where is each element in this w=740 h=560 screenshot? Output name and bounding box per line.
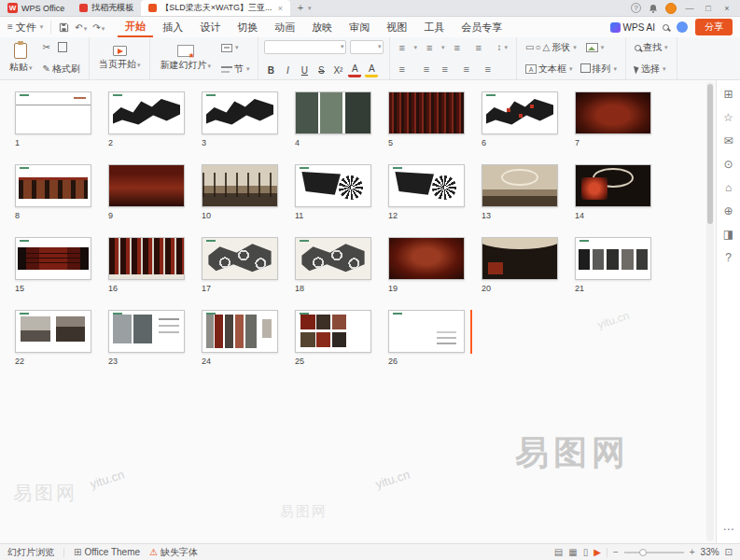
zoom-out-icon[interactable]: −	[613, 547, 619, 557]
save-icon[interactable]	[59, 22, 69, 33]
bullets-button[interactable]	[396, 40, 420, 56]
slide-cell[interactable]: 12	[388, 164, 482, 237]
slide-thumbnail[interactable]	[15, 164, 91, 207]
user-avatar[interactable]	[665, 3, 677, 14]
slide-thumbnail[interactable]	[15, 237, 91, 280]
slide-sorter-view-icon[interactable]: ▦	[568, 547, 577, 557]
share-button[interactable]: 分享	[695, 19, 733, 35]
slide-thumbnail[interactable]	[482, 237, 558, 280]
slide-thumbnail[interactable]	[388, 237, 465, 280]
slide-thumbnail[interactable]	[295, 164, 371, 207]
slide-sorter-canvas[interactable]: 1 2 3 4 5 6 7	[0, 80, 716, 543]
reading-view-icon[interactable]: ▯	[583, 547, 589, 557]
new-tab-button[interactable]: +	[294, 2, 307, 15]
help-icon[interactable]: ?	[631, 3, 641, 13]
select-button[interactable]: 选择	[632, 62, 671, 77]
new-slide-button[interactable]: 新建幻灯片	[156, 40, 215, 77]
normal-view-icon[interactable]: ▤	[554, 547, 563, 557]
slide-cell[interactable]: 11	[295, 164, 388, 237]
theme-indicator[interactable]: ⊞ Office Theme	[74, 547, 140, 557]
numbering-button[interactable]	[424, 40, 448, 56]
italic-button[interactable]: I	[281, 63, 294, 77]
envelope-icon[interactable]: ✉	[723, 134, 733, 147]
slide-thumbnail[interactable]	[202, 91, 278, 134]
copy-button[interactable]	[57, 40, 70, 56]
slide-cell[interactable]: 1	[15, 91, 108, 164]
slide-thumbnail[interactable]	[388, 310, 465, 353]
menu-tab-3[interactable]: 设计	[192, 19, 228, 36]
menu-tab-4[interactable]: 切换	[230, 19, 265, 36]
textbox-button[interactable]: A 文本框	[523, 62, 576, 77]
menu-tab-10[interactable]: 会员专享	[454, 19, 510, 36]
menu-tab-8[interactable]: 视图	[379, 19, 414, 36]
arrange-button[interactable]: 排列	[579, 62, 621, 77]
zoom-slider-handle[interactable]	[639, 549, 647, 556]
slide-thumbnail[interactable]	[388, 164, 465, 207]
slide-thumbnail[interactable]	[108, 237, 185, 280]
zoom-in-icon[interactable]: +	[690, 547, 695, 557]
help-icon[interactable]: ?	[725, 251, 732, 264]
decrease-indent-button[interactable]	[451, 40, 468, 56]
tab-docer-template[interactable]: 找稻壳模板	[72, 0, 141, 16]
add-icon[interactable]: ⊕	[723, 204, 733, 217]
notification-bell-icon[interactable]	[649, 4, 658, 13]
slide-thumbnail[interactable]	[482, 164, 558, 207]
slide-cell[interactable]: 8	[15, 164, 108, 237]
line-spacing-button[interactable]	[494, 40, 510, 56]
slide-cell[interactable]: 25	[295, 310, 388, 383]
vertical-scrollbar[interactable]	[706, 82, 714, 541]
slide-cell[interactable]: 20	[482, 237, 575, 310]
redo-chevron-icon[interactable]	[102, 25, 105, 32]
scrollbar-thumb[interactable]	[707, 84, 713, 224]
slide-cell[interactable]: 22	[15, 310, 108, 383]
shapes-button[interactable]: 形状	[523, 40, 579, 56]
redo-icon[interactable]	[92, 22, 100, 33]
bold-button[interactable]: B	[264, 63, 277, 77]
menu-tab-6[interactable]: 放映	[304, 19, 340, 36]
align-right-button[interactable]	[439, 62, 456, 77]
slide-thumbnail[interactable]	[575, 91, 651, 134]
slide-cell[interactable]: 15	[15, 237, 108, 310]
undo-chevron-icon[interactable]	[84, 25, 88, 32]
apps-grid-icon[interactable]: ⊞	[723, 88, 733, 101]
tab-list-chevron-icon[interactable]	[308, 5, 312, 12]
slide-cell[interactable]: 23	[108, 310, 202, 383]
slide-thumbnail[interactable]	[575, 237, 651, 280]
tab-close-icon[interactable]: ×	[278, 4, 283, 13]
slide-cell[interactable]: 10	[202, 164, 295, 237]
distribute-button[interactable]	[482, 62, 499, 77]
format-painter-button[interactable]: 格式刷	[40, 62, 83, 77]
slide-thumbnail[interactable]	[108, 310, 185, 353]
slide-cell[interactable]: 5	[388, 91, 482, 164]
slide-cell[interactable]: 9	[108, 164, 202, 237]
slide-thumbnail[interactable]	[482, 91, 558, 134]
increase-indent-button[interactable]	[472, 40, 490, 56]
search-icon[interactable]	[663, 24, 669, 31]
maximize-button[interactable]: □	[703, 4, 714, 13]
superscript-button[interactable]: X²	[331, 63, 344, 77]
zoom-value[interactable]: 33%	[701, 547, 719, 557]
slide-thumbnail[interactable]	[295, 91, 371, 134]
slide-cell[interactable]: 6	[482, 91, 575, 164]
paste-button[interactable]: 粘贴	[6, 40, 36, 77]
align-center-button[interactable]	[417, 62, 435, 77]
fit-to-window-icon[interactable]: ⊡	[725, 547, 733, 557]
section-button[interactable]: 节	[218, 62, 253, 77]
home-icon[interactable]: ⌂	[725, 181, 732, 194]
app-logo[interactable]: W WPS Office	[0, 3, 72, 13]
undo-icon[interactable]	[75, 22, 82, 33]
slide-thumbnail[interactable]	[202, 164, 278, 207]
slide-thumbnail[interactable]	[108, 164, 185, 207]
cut-button[interactable]	[40, 40, 53, 56]
slide-cell[interactable]: 24	[202, 310, 295, 383]
find-button[interactable]: 查找	[632, 40, 671, 56]
tab-presentation-active[interactable]: 【SLD梁志天×WATG】三亚... ×	[141, 0, 290, 16]
menu-tab-7[interactable]: 审阅	[342, 19, 377, 36]
more-tools-icon[interactable]: ⋯	[723, 523, 734, 536]
slide-cell[interactable]: 19	[388, 237, 482, 310]
slide-cell[interactable]: 4	[295, 91, 388, 164]
file-menu-button[interactable]: 文件	[0, 21, 51, 35]
star-icon[interactable]: ☆	[723, 111, 733, 124]
slide-cell[interactable]: 16	[108, 237, 202, 310]
slide-cell[interactable]: 7	[575, 91, 668, 164]
